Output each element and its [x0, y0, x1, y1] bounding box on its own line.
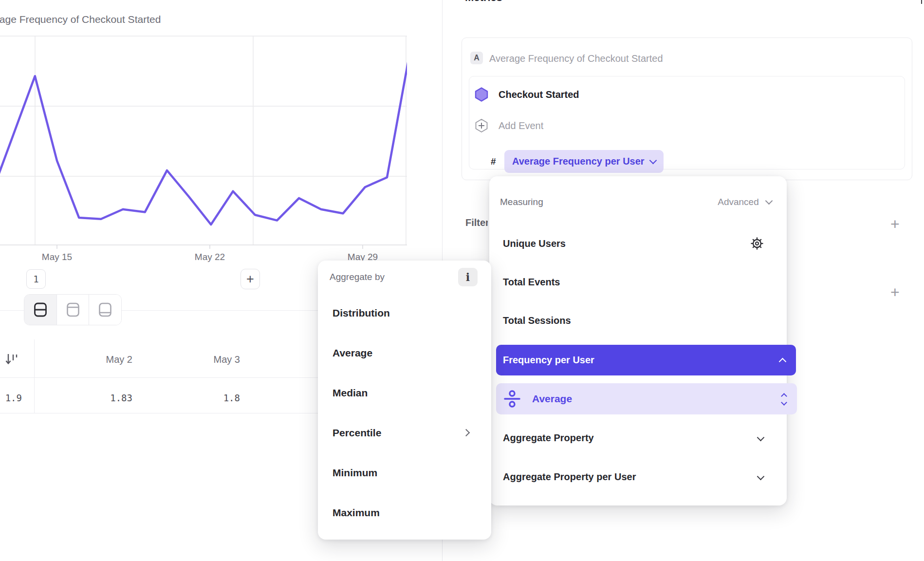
table-header-cell[interactable]: May 3: [152, 354, 240, 365]
add-annotation-button[interactable]: +: [240, 269, 260, 289]
popup-item-percentile[interactable]: Percentile: [333, 427, 381, 439]
menu-subitem-average[interactable]: Average: [496, 383, 797, 414]
aggregate-by-title: Aggregate by: [330, 272, 385, 282]
average-division-icon: [504, 389, 520, 409]
metric-name-input[interactable]: Average Frequency of Checkout Started: [489, 53, 663, 64]
advanced-mode-dropdown[interactable]: Advanced: [682, 197, 772, 207]
event-hexagon-icon: [475, 87, 488, 102]
aggregate-by-popup: Aggregate by i Distribution Average Medi…: [318, 261, 491, 540]
layout-split-view-button[interactable]: [24, 295, 56, 325]
menu-item-total-sessions[interactable]: Total Sessions: [503, 315, 571, 326]
menu-item-aggregate-property-per-user[interactable]: Aggregate Property per User: [503, 471, 636, 483]
line-chart[interactable]: [0, 29, 407, 249]
x-axis-label: May 15: [35, 252, 79, 262]
popup-item-minimum[interactable]: Minimum: [333, 467, 377, 479]
select-updown-icon: [782, 392, 786, 407]
chevron-down-icon: [765, 197, 773, 205]
measurement-dropdown-label: Average Frequency per User: [512, 156, 645, 167]
chevron-down-icon: [757, 434, 765, 442]
table-cell: 1.8: [162, 393, 240, 403]
popup-item-maximum[interactable]: Maximum: [333, 507, 380, 519]
chevron-right-icon: [462, 429, 470, 437]
series-number-badge[interactable]: 1: [26, 269, 46, 289]
menu-item-frequency-per-user-selected[interactable]: Frequency per User: [496, 345, 796, 375]
chevron-down-icon: [757, 473, 765, 481]
bottom-panel-icon: [98, 301, 112, 318]
menu-item-unique-users[interactable]: Unique Users: [503, 238, 566, 249]
popup-item-distribution[interactable]: Distribution: [333, 307, 390, 319]
x-axis-label: May 22: [188, 252, 232, 262]
add-filter-icon[interactable]: +: [890, 218, 900, 230]
popup-item-median[interactable]: Median: [333, 387, 368, 399]
metrics-panel: Metrics A Average Frequency of Checkout …: [443, 0, 924, 561]
measuring-menu: Measuring Advanced Unique Users Total Ev…: [489, 176, 787, 505]
table-cell: 1.9: [0, 393, 22, 403]
info-icon[interactable]: i: [458, 268, 478, 286]
add-event-button[interactable]: Add Event: [499, 120, 543, 131]
filter-section-header: Filter: [465, 217, 488, 228]
add-item-icon[interactable]: +: [890, 286, 900, 298]
measuring-menu-title: Measuring: [500, 197, 543, 207]
gear-icon[interactable]: [750, 237, 764, 250]
table-cell: 1.83: [55, 393, 132, 403]
event-name[interactable]: Checkout Started: [499, 89, 579, 100]
chart-series-line: [0, 56, 407, 224]
metric-card: A Average Frequency of Checkout Started …: [462, 37, 912, 180]
measure-type-glyph: #: [491, 156, 496, 167]
analytics-app: Average Frequency of Checkout Started Ma…: [0, 0, 924, 561]
metrics-section-header: Metrics: [465, 0, 502, 4]
selected-item-label: Frequency per User: [503, 355, 594, 366]
measurement-dropdown[interactable]: Average Frequency per User: [504, 150, 664, 173]
layout-chart-view-button[interactable]: [56, 295, 89, 325]
layout-table-view-button[interactable]: [89, 295, 121, 325]
collapse-section-icon[interactable]: [921, 0, 922, 4]
table-column-divider: [34, 339, 35, 413]
top-panel-icon: [66, 301, 80, 318]
filter-section: Filter: [458, 217, 488, 231]
sort-icon[interactable]: [5, 353, 18, 366]
chevron-up-icon: [779, 358, 787, 366]
subitem-label: Average: [532, 393, 782, 405]
table-header-cell[interactable]: May 2: [45, 354, 132, 365]
menu-item-total-events[interactable]: Total Events: [503, 277, 560, 288]
menu-item-aggregate-property[interactable]: Aggregate Property: [503, 432, 594, 444]
advanced-mode-label: Advanced: [718, 197, 759, 207]
chevron-down-icon: [649, 157, 657, 165]
metric-letter-badge: A: [470, 52, 483, 64]
layout-toggle-group: [24, 294, 122, 325]
add-event-icon: [475, 118, 488, 133]
popup-item-average[interactable]: Average: [333, 347, 372, 359]
split-view-icon: [33, 301, 48, 318]
chart-title: Average Frequency of Checkout Started: [0, 14, 161, 25]
